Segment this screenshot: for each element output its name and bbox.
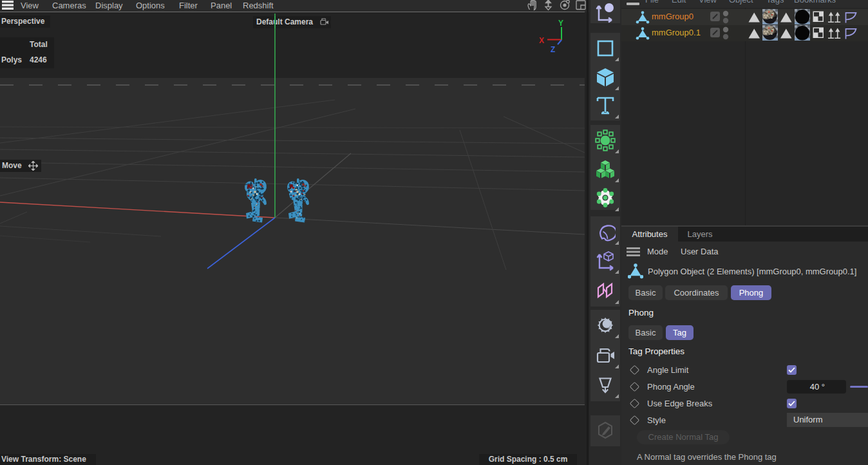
svg-text:Z: Z bbox=[551, 45, 555, 54]
svg-text:X: X bbox=[539, 36, 544, 45]
svg-text:Y: Y bbox=[558, 19, 563, 28]
